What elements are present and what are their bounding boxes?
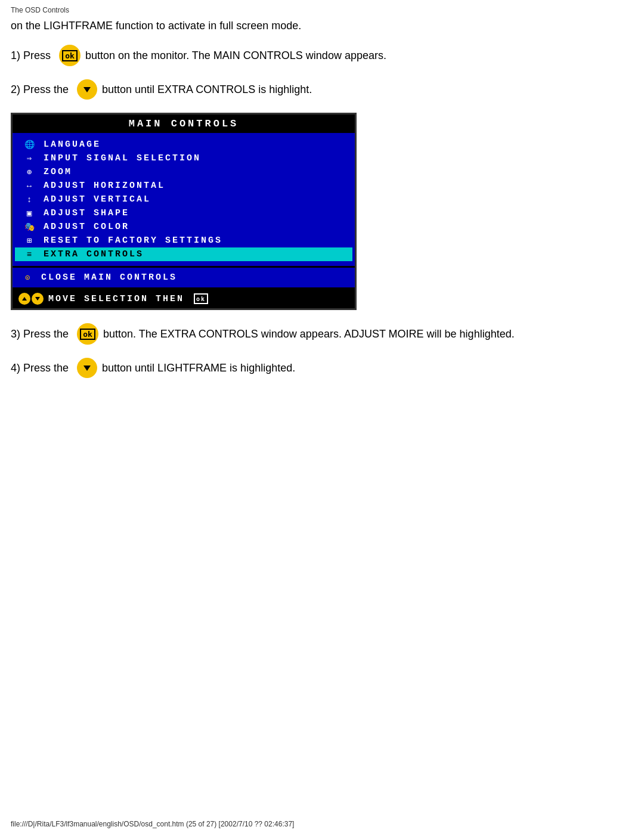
step-1-prefix: 1) Press (11, 48, 51, 64)
osd-icon-close: ⊙ (18, 272, 36, 283)
osd-icon-zoom: ⊕ (21, 167, 39, 177)
step-4: 4) Press the button until LIGHTFRAME is … (11, 358, 633, 378)
ok-icon-1: ok (59, 45, 80, 66)
osd-label-zoom: ZOOM (44, 167, 72, 177)
step-3-prefix: 3) Press the (11, 326, 69, 342)
status-bar: file:///D|/Rita/LF3/lf3manual/english/OS… (0, 820, 644, 828)
osd-icon-language: 🌐 (21, 140, 39, 150)
osd-icon-input: ⇒ (21, 153, 39, 163)
osd-label-reset: RESET TO FACTORY SETTINGS (44, 236, 222, 246)
svg-marker-3 (83, 366, 91, 371)
osd-icon-horiz: ↔ (21, 181, 39, 191)
ok-icon-2: ok (77, 323, 98, 345)
osd-row-input: ⇒ INPUT SIGNAL SELECTION (15, 151, 352, 165)
step-1-suffix: button on the monitor. The MAIN CONTROLS… (85, 48, 386, 64)
osd-display: MAIN CONTROLS 🌐 LANGUAGE ⇒ INPUT SIGNAL … (11, 113, 357, 310)
breadcrumb: The OSD Controls (11, 6, 633, 14)
osd-label-color: ADJUST COLOR (44, 222, 129, 232)
osd-row-extra: ≡ EXTRA CONTROLS (15, 247, 352, 261)
osd-icon-extra: ≡ (21, 250, 39, 259)
osd-label-language: LANGUAGE (44, 140, 101, 150)
osd-menu: 🌐 LANGUAGE ⇒ INPUT SIGNAL SELECTION ⊕ ZO… (13, 133, 355, 266)
osd-close-row: ⊙ CLOSE MAIN CONTROLS (13, 268, 355, 287)
osd-row-zoom: ⊕ ZOOM (15, 165, 352, 179)
osd-title: MAIN CONTROLS (13, 114, 355, 133)
step-4-prefix: 4) Press the (11, 360, 69, 376)
step-3: 3) Press the ok button. The EXTRA CONTRO… (11, 323, 633, 345)
intro-text: on the LIGHTFRAME function to activate i… (11, 18, 633, 34)
osd-row-reset: ⊞ RESET TO FACTORY SETTINGS (15, 234, 352, 247)
down-icon-2 (77, 358, 97, 378)
osd-footer-icons (18, 293, 44, 305)
footer-down-icon (32, 293, 44, 305)
osd-label-shape: ADJUST SHAPE (44, 208, 129, 218)
osd-label-vert: ADJUST VERTICAL (44, 194, 151, 205)
step-1: 1) Press ok button on the monitor. The M… (11, 45, 633, 66)
svg-marker-0 (83, 87, 91, 92)
step-2-prefix: 2) Press the (11, 82, 69, 98)
osd-icon-shape: ▣ (21, 208, 39, 218)
osd-label-extra: EXTRA CONTROLS (44, 249, 144, 259)
osd-row-horiz: ↔ ADJUST HORIZONTAL (15, 179, 352, 193)
osd-label-horiz: ADJUST HORIZONTAL (44, 181, 165, 191)
svg-marker-1 (22, 297, 27, 301)
osd-row-vert: ↕ ADJUST VERTICAL (15, 193, 352, 206)
osd-icon-vert: ↕ (21, 195, 39, 205)
down-icon-1 (77, 79, 97, 100)
footer-up-icon (18, 293, 30, 305)
osd-icon-reset: ⊞ (21, 236, 39, 246)
step-4-suffix: button until LIGHTFRAME is highlighted. (102, 360, 295, 376)
osd-row-shape: ▣ ADJUST SHAPE (15, 206, 352, 220)
osd-footer: MOVE SELECTION THEN ok (13, 289, 355, 308)
step-2: 2) Press the button until EXTRA CONTROLS… (11, 79, 633, 100)
osd-footer-text: MOVE SELECTION THEN (48, 294, 184, 304)
step-2-suffix: button until EXTRA CONTROLS is highlight… (102, 82, 312, 98)
step-3-suffix: button. The EXTRA CONTROLS window appear… (103, 326, 515, 342)
osd-icon-color: 🎭 (21, 222, 39, 232)
osd-row-language: 🌐 LANGUAGE (15, 138, 352, 151)
osd-row-color: 🎭 ADJUST COLOR (15, 220, 352, 234)
osd-footer-ok-icon: ok (194, 293, 208, 304)
osd-label-input: INPUT SIGNAL SELECTION (44, 153, 201, 163)
osd-label-close: CLOSE MAIN CONTROLS (41, 272, 177, 283)
svg-marker-2 (35, 297, 40, 301)
